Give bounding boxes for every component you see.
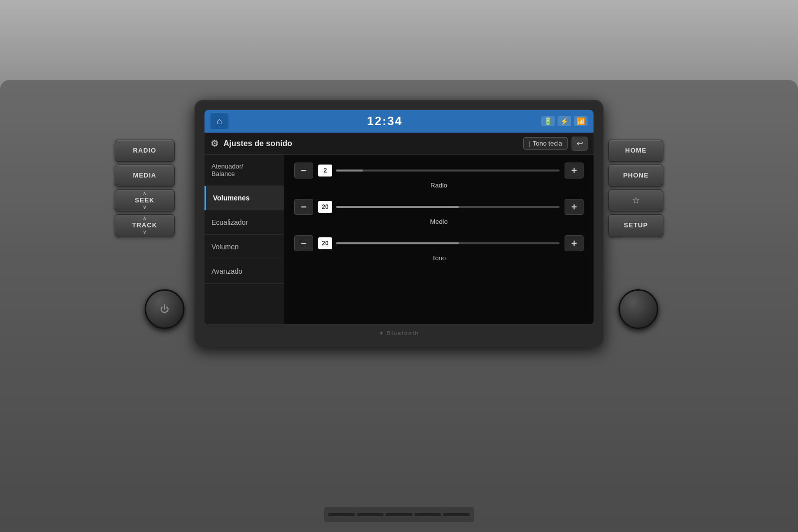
tono-slider-track-container: 20 xyxy=(318,237,560,249)
seek-up-arrow: ∧ xyxy=(143,190,147,196)
tono-slider-track[interactable] xyxy=(336,242,560,244)
tono-slider-fill xyxy=(336,242,459,244)
screen-title: Ajustes de sonido xyxy=(223,139,292,148)
tono-tecla-button[interactable]: Tono tecla xyxy=(523,137,568,150)
right-controls: HOME PHONE ☆ SETUP xyxy=(608,140,663,236)
medio-minus-button[interactable]: − xyxy=(294,199,313,215)
bottom-vent xyxy=(324,507,474,522)
tono-slider-controls: − 20 + xyxy=(294,235,584,251)
seek-down-arrow: ∨ xyxy=(143,204,147,210)
vent-slot-2 xyxy=(357,513,384,516)
track-up-arrow: ∧ xyxy=(143,215,147,221)
medio-value-badge: 20 xyxy=(318,201,332,213)
vent-slot-3 xyxy=(386,513,412,516)
radio-slider-label: Radio xyxy=(294,181,584,189)
menu-item-atenuador[interactable]: Atenuador/ Balance xyxy=(204,155,284,186)
home-screen-button[interactable]: ⌂ xyxy=(210,113,228,129)
title-right: Tono tecla ↩ xyxy=(523,137,588,151)
volume-knob[interactable] xyxy=(618,289,658,329)
right-content: − 2 + Radio xyxy=(284,155,594,324)
vent-slot-5 xyxy=(443,513,470,516)
back-icon: ↩ xyxy=(577,139,583,148)
medio-slider-row: − 20 + Medio xyxy=(294,199,584,225)
title-left: ⚙ Ajustes de sonido xyxy=(210,138,292,149)
seek-button[interactable]: ∧ SEEK ∨ xyxy=(115,189,175,211)
radio-minus-button[interactable]: − xyxy=(294,163,313,178)
tono-plus-button[interactable]: + xyxy=(565,235,584,251)
radio-slider-fill xyxy=(336,170,363,172)
dashboard: RADIO MEDIA ∧ SEEK ∨ ∧ TRACK ∨ ⏻ ⌂ 12:34 xyxy=(0,0,798,532)
bluetooth-status-icon: ⚡ xyxy=(558,116,571,126)
title-bar: ⚙ Ajustes de sonido Tono tecla ↩ xyxy=(204,133,594,155)
status-bar: ⌂ 12:34 🔋 ⚡ 📶 xyxy=(204,110,594,133)
medio-slider-fill xyxy=(336,206,459,208)
home-icon: ⌂ xyxy=(217,116,222,127)
menu-item-avanzado[interactable]: Avanzado xyxy=(204,259,284,284)
tono-minus-button[interactable]: − xyxy=(294,235,313,251)
radio-plus-button[interactable]: + xyxy=(565,163,584,178)
radio-slider-row: − 2 + Radio xyxy=(294,163,584,189)
media-button[interactable]: MEDIA xyxy=(115,165,175,186)
vent-slot-1 xyxy=(328,513,355,516)
track-label: TRACK xyxy=(132,221,158,229)
medio-slider-track[interactable] xyxy=(336,206,560,208)
clock-display: 12:34 xyxy=(367,114,402,128)
tono-slider-row: − 20 + Tono xyxy=(294,235,584,262)
radio-slider-track-container: 2 xyxy=(318,165,560,177)
seek-label: SEEK xyxy=(135,196,154,204)
tono-value-badge: 20 xyxy=(318,237,332,249)
track-down-arrow: ∨ xyxy=(143,229,147,235)
radio-button[interactable]: RADIO xyxy=(115,140,175,162)
star-button[interactable]: ☆ xyxy=(608,189,663,211)
bluetooth-label: ✦ Bluetooth xyxy=(204,328,594,337)
signal-icon: 📶 xyxy=(574,116,588,126)
medio-slider-track-container: 20 xyxy=(318,201,560,213)
tono-slider-label: Tono xyxy=(294,254,584,262)
star-icon: ☆ xyxy=(632,195,640,206)
battery-icon: 🔋 xyxy=(541,116,555,126)
radio-slider-track[interactable] xyxy=(336,170,560,172)
vent-slot-4 xyxy=(414,513,441,516)
medio-plus-button[interactable]: + xyxy=(565,199,584,215)
menu-item-ecualizador[interactable]: Ecualizador xyxy=(204,210,284,235)
center-unit: ⌂ 12:34 🔋 ⚡ 📶 ⚙ Ajustes de sonido Tono t… xyxy=(195,100,603,347)
tono-tecla-label: Tono tecla xyxy=(533,140,562,147)
left-menu: Atenuador/ Balance Volumenes Ecualizador… xyxy=(204,155,284,324)
power-knob[interactable]: ⏻ xyxy=(145,289,185,329)
back-button[interactable]: ↩ xyxy=(572,137,588,151)
radio-slider-controls: − 2 + xyxy=(294,163,584,178)
medio-slider-label: Medio xyxy=(294,218,584,225)
menu-item-volumenes[interactable]: Volumenes xyxy=(204,186,284,210)
track-button[interactable]: ∧ TRACK ∨ xyxy=(115,214,175,236)
gear-icon: ⚙ xyxy=(210,138,218,149)
status-icons: 🔋 ⚡ 📶 xyxy=(541,116,588,126)
power-icon: ⏻ xyxy=(160,304,169,315)
setup-button[interactable]: SETUP xyxy=(608,214,663,236)
content-area: Atenuador/ Balance Volumenes Ecualizador… xyxy=(204,155,594,324)
screen: ⌂ 12:34 🔋 ⚡ 📶 ⚙ Ajustes de sonido Tono t… xyxy=(204,110,594,324)
medio-slider-controls: − 20 + xyxy=(294,199,584,215)
left-controls: RADIO MEDIA ∧ SEEK ∨ ∧ TRACK ∨ xyxy=(115,140,175,236)
radio-value-badge: 2 xyxy=(318,165,332,177)
home-button[interactable]: HOME xyxy=(608,140,663,162)
menu-item-volumen[interactable]: Volumen xyxy=(204,235,284,259)
phone-button[interactable]: PHONE xyxy=(608,165,663,186)
